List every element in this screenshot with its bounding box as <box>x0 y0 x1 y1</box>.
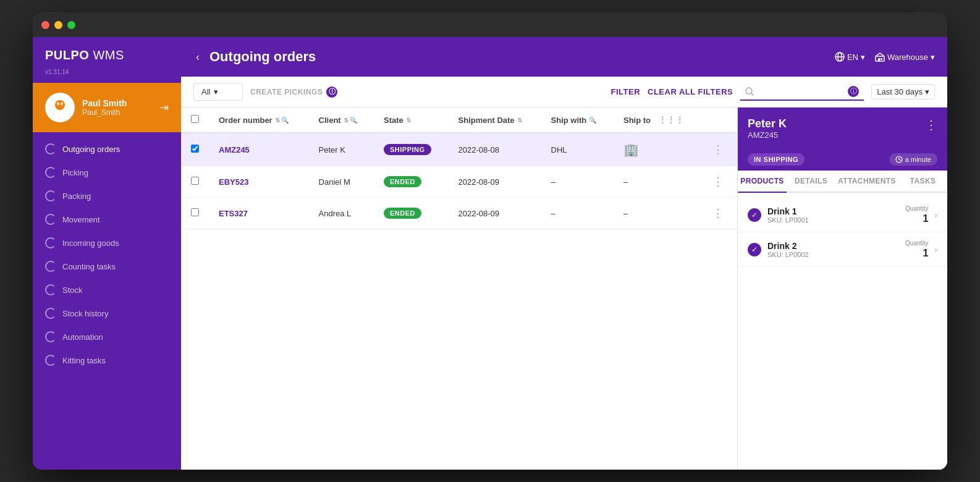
filter-sort-icon[interactable]: ⇅ <box>406 117 411 124</box>
row-checkbox[interactable] <box>191 177 199 185</box>
language-selector[interactable]: EN ▾ <box>835 52 865 62</box>
row-menu-cell[interactable]: ⋮ <box>703 198 737 229</box>
nav-label: Packing <box>62 192 91 201</box>
sidebar-item-movement[interactable]: Movement <box>33 208 181 231</box>
row-state: SHIPPING <box>374 133 449 166</box>
sidebar-item-incoming-goods[interactable]: Incoming goods <box>33 231 181 255</box>
row-checkbox-cell[interactable] <box>181 133 209 166</box>
nav-label: Movement <box>62 215 100 224</box>
tab-products[interactable]: PRODUCTS <box>738 171 787 193</box>
sidebar-item-stock-history[interactable]: Stock history <box>33 302 181 325</box>
product-item: ✓ Drink 1 SKU: LP0001 Quantity 1 › <box>738 198 947 232</box>
filter-sort-icon[interactable]: ⇅ <box>517 117 522 124</box>
fullscreen-button[interactable] <box>67 21 75 29</box>
nav-icon <box>45 261 56 272</box>
clear-filters-button[interactable]: CLEAR ALL FILTERS <box>648 87 733 96</box>
header-right: EN ▾ Warehouse ▾ <box>835 52 935 62</box>
svg-point-0 <box>55 100 65 110</box>
close-button[interactable] <box>41 21 49 29</box>
select-all-header[interactable] <box>181 108 209 133</box>
svg-point-3 <box>57 104 59 105</box>
lang-label: EN <box>847 53 858 62</box>
filter-chevron: ▾ <box>214 87 218 96</box>
row-menu-cell[interactable]: ⋮ <box>703 166 737 198</box>
select-all-checkbox[interactable] <box>191 115 199 123</box>
sidebar-item-stock[interactable]: Stock <box>33 278 181 302</box>
sidebar-nav: Outgoing orders Picking Packing Movement… <box>33 132 181 470</box>
table-row[interactable]: EBY523 Daniel M ENDED 2022-08-09 – – <box>181 166 737 198</box>
row-menu-cell[interactable]: ⋮ <box>703 133 737 166</box>
qty-label: Quantity <box>905 205 928 212</box>
row-checkbox[interactable] <box>191 145 199 153</box>
minimize-button[interactable] <box>54 21 62 29</box>
nav-label: Stock history <box>62 309 108 318</box>
status-badge: IN SHIPPING <box>748 153 805 166</box>
row-state: ENDED <box>374 198 449 229</box>
sidebar-item-outgoing-orders[interactable]: Outgoing orders <box>33 137 181 161</box>
sidebar-item-packing[interactable]: Packing <box>33 184 181 208</box>
table-row[interactable]: ETS327 Andrea L ENDED 2022-08-09 – – <box>181 198 737 229</box>
sidebar-item-picking[interactable]: Picking <box>33 161 181 184</box>
sidebar-item-automation[interactable]: Automation <box>33 325 181 349</box>
sidebar-version: v1.31.14 <box>33 69 181 83</box>
table-container: Order number ⇅ 🔍 Client ⇅ 🔍 <box>181 108 947 470</box>
nav-icon <box>45 167 56 178</box>
th-ship-with: Ship with 🔍 <box>541 108 614 133</box>
table-row[interactable]: AMZ245 Peter K SHIPPING 2022-08-08 DHL 🏢 <box>181 133 737 166</box>
tab-details[interactable]: DETAILS <box>787 171 835 192</box>
row-ship-to: – <box>614 166 703 198</box>
all-filter-label: All <box>201 87 210 96</box>
create-pickings-label: CREATE PICKINGS <box>250 88 323 96</box>
search-icon <box>745 87 754 96</box>
nav-icon <box>45 355 56 366</box>
th-ship-to: Ship to ⋮⋮⋮ <box>614 108 703 133</box>
product-info: Drink 2 SKU: LP0002 <box>767 241 899 258</box>
date-chevron: ▾ <box>925 87 929 96</box>
row-ship-with: – <box>541 166 614 198</box>
warehouse-label: Warehouse <box>887 53 928 62</box>
row-menu-button[interactable]: ⋮ <box>712 207 724 219</box>
create-pickings-button[interactable]: CREATE PICKINGS ⓘ <box>250 87 337 98</box>
row-menu-button[interactable]: ⋮ <box>712 143 724 156</box>
th-actions <box>703 108 737 133</box>
back-button[interactable]: ‹ <box>193 48 202 66</box>
nav-icon <box>45 237 56 248</box>
row-checkbox[interactable] <box>191 208 199 216</box>
date-filter[interactable]: Last 30 days ▾ <box>871 84 935 99</box>
filter-sort-icon[interactable]: ⇅ 🔍 <box>275 117 289 124</box>
row-checkbox-cell[interactable] <box>181 166 209 198</box>
svg-line-15 <box>899 159 901 161</box>
info-icon: ⓘ <box>326 87 337 98</box>
row-checkbox-cell[interactable] <box>181 198 209 229</box>
sidebar-item-counting-tasks[interactable]: Counting tasks <box>33 255 181 278</box>
product-expand-button[interactable]: › <box>934 210 937 220</box>
product-expand-button[interactable]: › <box>934 245 937 255</box>
filter-sort-icon[interactable]: 🔍 <box>589 117 596 124</box>
nav-label: Stock <box>62 285 83 295</box>
search-input[interactable] <box>758 87 844 96</box>
lang-chevron: ▾ <box>861 53 865 62</box>
product-check-icon: ✓ <box>748 208 761 222</box>
filter-button[interactable]: FILTER <box>610 87 640 96</box>
tab-attachments[interactable]: ATTACHMENTS <box>835 171 898 192</box>
row-shipment-date: 2022-08-09 <box>449 166 541 198</box>
all-filter-select[interactable]: All ▾ <box>193 83 243 101</box>
warehouse-selector[interactable]: Warehouse ▾ <box>875 52 935 62</box>
columns-icon[interactable]: ⋮⋮⋮ <box>658 115 684 125</box>
logout-button[interactable]: ⇥ <box>159 101 169 114</box>
row-ship-to: 🏢 <box>614 133 703 166</box>
th-ship-with-label: Ship with <box>551 116 587 125</box>
sidebar-item-kitting-tasks[interactable]: Kitting tasks <box>33 349 181 372</box>
qty-value: 1 <box>923 213 928 224</box>
row-menu-button[interactable]: ⋮ <box>712 175 724 188</box>
clock-icon <box>895 156 903 163</box>
warehouse-icon <box>875 52 885 62</box>
product-sku: SKU: LP0001 <box>767 216 899 224</box>
detail-more-button[interactable]: ⋮ <box>925 117 937 132</box>
nav-icon <box>45 214 56 225</box>
table-header: Order number ⇅ 🔍 Client ⇅ 🔍 <box>181 108 737 133</box>
nav-label: Counting tasks <box>62 262 116 271</box>
filter-sort-icon[interactable]: ⇅ 🔍 <box>344 117 358 124</box>
product-quantity: Quantity 1 <box>905 240 928 259</box>
tab-tasks[interactable]: TASKS <box>898 171 947 192</box>
